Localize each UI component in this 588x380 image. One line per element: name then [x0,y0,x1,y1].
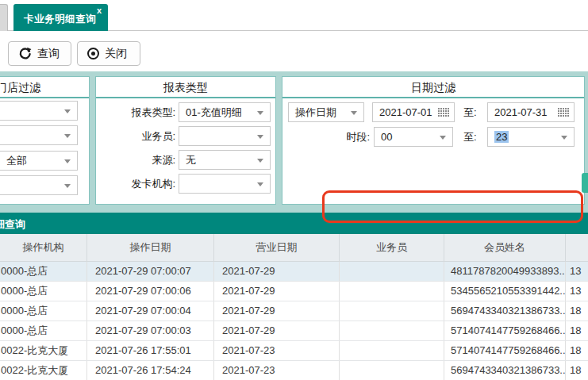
table-cell [340,301,444,321]
side-action-button[interactable] [582,173,588,193]
close-icon[interactable]: x [97,6,102,15]
chevron-down-icon [351,111,357,115]
header-business-date[interactable]: 营业日期 [214,234,340,261]
chevron-down-icon [64,184,71,188]
store-filter-panel: 门店过滤 全部 [0,76,90,205]
table-cell: 2021-07-26 17:55:01 [87,341,214,360]
panel-divider [96,97,275,98]
chevron-down-icon [257,135,263,139]
circle-dot-icon [87,48,99,59]
date-type-dropdown[interactable]: 操作日期 [288,102,364,122]
salesperson-dropdown[interactable] [179,126,271,146]
table-cell: 4811787820049933893... [444,262,566,281]
app-window: 卡业务明细查询 x 查询 关闭 门店过滤 [0,0,588,380]
table-cell: 5694743340321386733... [444,301,566,321]
table-cell: 0000-总店 [0,262,87,281]
table-cell: 2021-07-26 17:54:24 [87,361,214,380]
report-type-dropdown[interactable]: 01-充值明细 [179,102,271,122]
table-cell [340,262,444,281]
table-body: 0000-总店2021-07-29 07:00:072021-07-294811… [0,262,588,380]
table-cell: 13 [566,262,588,281]
table-cell: 2021-07-23 [214,341,340,360]
table-cell: 2021-07-29 [214,321,340,340]
report-type-title: 报表类型 [96,77,275,96]
card-issuer-label: 发卡机构: [96,174,175,194]
header-clipped[interactable] [566,234,588,261]
table-cell: 2021-07-29 07:00:04 [87,301,214,321]
store-dropdown-4[interactable] [0,175,78,195]
table-row[interactable]: 0000-总店2021-07-29 07:00:062021-07-295345… [0,282,588,301]
chevron-down-icon [64,159,71,163]
to-label: 至: [463,102,484,122]
chevron-down-icon [440,136,446,140]
panel-divider [282,97,584,98]
panel-divider [0,97,89,98]
table-cell: 18 [566,361,588,380]
table-cell: 5714074147759268466... [444,321,566,340]
salesperson-label: 业务员: [96,126,175,146]
tab-bar: 卡业务明细查询 x [0,0,588,31]
chevron-down-icon [257,159,263,163]
store-dropdown-3[interactable]: 全部 [0,151,78,171]
table-row[interactable]: 0022-比克大厦2021-07-26 17:55:012021-07-2357… [0,341,588,361]
source-dropdown[interactable]: 无 [179,150,271,170]
tab-title: 卡业务明细查询 [24,13,96,26]
table-cell: 2021-07-29 [214,282,340,301]
table-cell: 2021-07-29 07:00:07 [87,262,214,281]
header-salesperson[interactable]: 业务员 [340,234,444,261]
hour-from-dropdown[interactable]: 00 [374,127,453,147]
table-cell: 18 [566,301,588,321]
table-cell [340,321,444,340]
card-issuer-dropdown[interactable] [179,174,271,194]
table-cell: 2021-07-29 [214,262,340,281]
header-member-name[interactable]: 会员姓名 [444,234,566,261]
table-cell [340,341,444,360]
source-label: 来源: [96,150,175,170]
store-dropdown-2[interactable] [0,125,78,145]
calendar-icon[interactable] [438,108,449,117]
header-operation-date[interactable]: 操作日期 [87,234,214,261]
table-cell: 18 [566,341,588,360]
table-cell: 0000-总店 [0,301,87,321]
chevron-down-icon [561,136,567,140]
store-filter-title: 门店过滤 [0,77,89,96]
hour-to-dropdown[interactable]: 23 [487,127,575,147]
table-cell: 0022-比克大厦 [0,361,87,380]
table-row[interactable]: 0022-比克大厦2021-07-26 17:54:242021-07-2356… [0,361,588,380]
results-section-title: 细查询 [0,217,25,232]
toolbar: 查询 关闭 [0,31,588,71]
table-cell: 18 [566,321,588,340]
filter-area: 门店过滤 全部 报表类型 报表类型: [0,71,588,213]
query-button-label: 查询 [37,47,60,61]
table-cell: 2021-07-29 07:00:06 [87,282,214,301]
table-cell: 2021-07-23 [214,361,340,380]
date-to-input[interactable]: 2021-07-31 [487,102,575,122]
table-row[interactable]: 0000-总店2021-07-29 07:00:042021-07-295694… [0,301,588,321]
chevron-down-icon [257,182,263,186]
chevron-down-icon [64,134,71,138]
close-button[interactable]: 关闭 [77,41,140,66]
calendar-icon[interactable] [558,108,569,117]
table-cell [340,282,444,301]
table-cell: 5694743340321386733... [444,361,566,380]
table-row[interactable]: 0000-总店2021-07-29 07:00:032021-07-295714… [0,321,588,341]
date-filter-title: 日期过滤 [282,77,584,96]
inactive-tab-edge[interactable] [0,4,8,31]
report-type-panel: 报表类型 报表类型: 01-充值明细 业务员: 来源: 无 发卡机构: [95,76,276,205]
table-cell: 2021-07-29 [214,301,340,321]
selected-hour-value: 23 [494,131,509,143]
query-button[interactable]: 查询 [8,41,71,66]
date-filter-panel: 日期过滤 操作日期 2021-07-01 至: 2021-07-31 时段: 0… [282,76,585,205]
table-row[interactable]: 0000-总店2021-07-29 07:00:072021-07-294811… [0,262,588,282]
report-type-label: 报表类型: [96,102,175,122]
header-operating-org[interactable]: 操作机构 [0,234,87,261]
chevron-down-icon [64,109,71,113]
store-dropdown-1[interactable] [0,101,78,121]
refresh-icon [18,47,32,60]
table-cell: 0000-总店 [0,282,87,301]
tab-card-business-detail[interactable]: 卡业务明细查询 x [13,4,108,31]
table-cell: 2021-07-29 07:00:03 [87,321,214,340]
chevron-down-icon [257,111,263,115]
close-button-label: 关闭 [105,47,127,61]
date-from-input[interactable]: 2021-07-01 [372,102,455,122]
